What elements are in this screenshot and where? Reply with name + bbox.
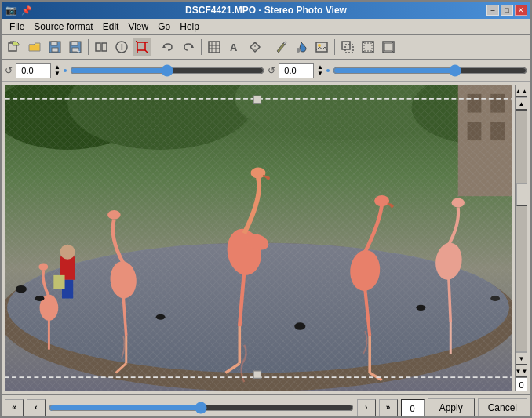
undo-btn[interactable] — [159, 38, 177, 56]
scroll-track[interactable] — [516, 110, 527, 352]
left-angle-spin-up[interactable]: ▲▼ — [54, 64, 60, 77]
scroll-thumb[interactable] — [516, 183, 527, 206]
svg-line-13 — [136, 41, 137, 42]
menu-help[interactable]: Help — [175, 20, 204, 34]
scroll-value: 0 — [516, 377, 527, 391]
save-as-btn[interactable]: + — [66, 38, 85, 56]
open-folder-btn[interactable] — [25, 38, 44, 56]
scroll-up-double-btn[interactable]: ▲▲ — [516, 85, 527, 97]
svg-rect-37 — [384, 43, 392, 51]
minimize-btn[interactable]: – — [486, 5, 499, 16]
svg-rect-9 — [102, 43, 107, 51]
pin-btn[interactable]: 📌 — [20, 5, 33, 16]
svg-point-62 — [251, 167, 266, 178]
page-number: 0 — [401, 399, 425, 416]
svg-rect-2 — [51, 42, 57, 45]
title-bar: 📷 📌 DSCF4421.MPO - Stereo Photo View – □… — [2, 2, 530, 19]
refresh-right-icon[interactable]: ↺ — [268, 65, 275, 76]
svg-point-84 — [16, 285, 27, 293]
sep2 — [155, 39, 155, 55]
main-area: ▲▲ ▲ ▼ ▼▼ 0 — [2, 82, 530, 394]
prev-btn[interactable]: ‹ — [27, 399, 46, 416]
svg-point-88 — [416, 305, 425, 311]
menu-view[interactable]: View — [123, 20, 153, 34]
first-btn[interactable]: « — [5, 399, 24, 416]
sep4 — [268, 39, 268, 55]
svg-point-79 — [38, 263, 48, 270]
fill-btn[interactable] — [292, 38, 311, 56]
bottom-bar: « ‹ › » 0 Apply Cancel — [2, 394, 530, 418]
sep1 — [88, 39, 89, 55]
app-icon: 📷 — [5, 5, 17, 16]
svg-point-67 — [107, 210, 121, 220]
menu-edit[interactable]: Edit — [98, 20, 124, 34]
svg-rect-19 — [209, 42, 220, 53]
next-btn[interactable]: › — [357, 399, 376, 416]
svg-rect-29 — [345, 45, 353, 53]
scroll-up-btn[interactable]: ▲ — [516, 97, 527, 110]
right-indicator — [326, 69, 330, 72]
close-btn[interactable]: ✕ — [515, 5, 527, 16]
photo-display — [5, 85, 512, 391]
menu-file[interactable]: File — [5, 20, 29, 34]
left-indicator — [64, 69, 67, 72]
info-btn[interactable]: i — [112, 38, 131, 56]
svg-point-87 — [294, 322, 305, 329]
svg-text:+: + — [77, 49, 80, 53]
grid-btn[interactable] — [205, 38, 224, 56]
svg-point-72 — [374, 195, 389, 206]
svg-point-76 — [451, 198, 465, 208]
photo-container — [5, 85, 512, 391]
apply-button[interactable]: Apply — [428, 398, 475, 417]
svg-line-14 — [145, 50, 148, 53]
svg-rect-3 — [52, 48, 58, 52]
svg-point-89 — [490, 296, 500, 301]
menu-source-format[interactable]: Source format — [29, 20, 97, 34]
frame-btn[interactable] — [379, 38, 398, 56]
transform-btn[interactable] — [246, 38, 264, 56]
title-bar-controls: – □ ✕ — [486, 5, 527, 16]
right-angle-spin[interactable]: ▲▼ — [317, 64, 323, 77]
redo-btn[interactable] — [179, 38, 198, 56]
image-btn[interactable] — [312, 38, 331, 56]
svg-rect-95 — [253, 96, 261, 103]
svg-rect-96 — [253, 371, 261, 378]
title-bar-left: 📷 📌 — [5, 5, 33, 16]
left-angle-input[interactable]: 0.0 — [16, 63, 51, 78]
right-slider[interactable] — [333, 63, 527, 78]
svg-rect-31 — [364, 43, 372, 51]
resize-btn[interactable] — [338, 38, 357, 56]
crop-btn[interactable] — [133, 38, 151, 56]
right-angle-input[interactable]: 0.0 — [279, 63, 314, 78]
text-btn[interactable]: A — [225, 38, 244, 56]
fit-btn[interactable] — [359, 38, 377, 56]
svg-rect-8 — [96, 43, 100, 51]
right-scrollbar: ▲▲ ▲ ▼ ▼▼ 0 — [515, 85, 527, 391]
last-btn[interactable]: » — [379, 399, 398, 416]
svg-point-85 — [35, 296, 45, 301]
svg-rect-26 — [316, 42, 327, 52]
sep5 — [334, 39, 335, 55]
menu-go[interactable]: Go — [153, 20, 175, 34]
save-btn[interactable] — [46, 38, 64, 56]
bottom-slider[interactable] — [49, 400, 354, 416]
maximize-btn[interactable]: □ — [501, 5, 513, 16]
left-slider[interactable] — [70, 63, 264, 78]
scroll-down-btn[interactable]: ▼ — [516, 352, 527, 365]
view3d-btn[interactable] — [92, 38, 111, 56]
menu-bar: File Source format Edit View Go Help — [2, 19, 530, 35]
slider-row: ↺ 0.0 ▲▼ ↺ 0.0 ▲▼ — [2, 60, 530, 82]
open-file-btn[interactable] — [5, 38, 24, 56]
svg-line-74 — [449, 278, 450, 322]
brush-btn[interactable] — [271, 38, 290, 56]
window-title: DSCF4421.MPO - Stereo Photo View — [185, 5, 347, 16]
scroll-down-double-btn[interactable]: ▼▼ — [516, 365, 527, 377]
svg-text:A: A — [230, 42, 238, 53]
cancel-button[interactable]: Cancel — [478, 398, 527, 417]
svg-rect-12 — [137, 42, 145, 50]
svg-text:i: i — [121, 43, 123, 52]
refresh-left-icon[interactable]: ↺ — [5, 65, 13, 76]
svg-rect-28 — [342, 42, 350, 49]
svg-point-81 — [60, 245, 75, 260]
sep3 — [201, 39, 202, 55]
